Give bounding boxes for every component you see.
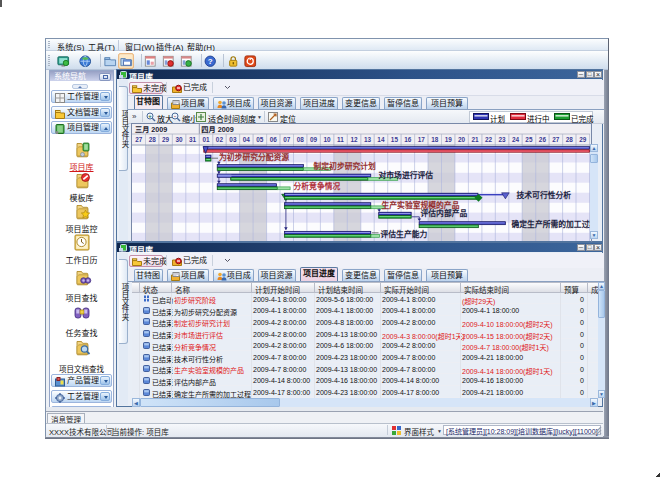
svg-text:14: 14 — [377, 136, 385, 143]
svg-text:16: 16 — [404, 136, 412, 143]
svg-text:31: 31 — [189, 136, 197, 143]
svg-text:07: 07 — [283, 136, 291, 143]
svg-text:评估生产能力: 评估生产能力 — [381, 229, 428, 239]
svg-text:生产实验室规模的产品: 生产实验室规模的产品 — [382, 200, 460, 210]
svg-text:17: 17 — [418, 136, 426, 143]
svg-text:03: 03 — [229, 136, 237, 143]
svg-text:05: 05 — [256, 136, 264, 143]
svg-text:三月 2009: 三月 2009 — [135, 125, 167, 134]
svg-text:技术可行性分析: 技术可行性分析 — [517, 190, 572, 200]
svg-text:20: 20 — [458, 136, 466, 143]
svg-text:?: ? — [208, 57, 213, 66]
svg-text:06: 06 — [270, 136, 278, 143]
svg-text:29: 29 — [579, 136, 587, 143]
svg-text:23: 23 — [498, 136, 506, 143]
svg-text:09: 09 — [310, 136, 318, 143]
svg-text:25: 25 — [525, 136, 533, 143]
svg-text:27: 27 — [552, 136, 560, 143]
svg-text:26: 26 — [539, 136, 547, 143]
svg-text:28: 28 — [149, 136, 157, 143]
svg-text:24: 24 — [512, 136, 520, 143]
svg-text:22: 22 — [485, 136, 493, 143]
svg-text:10: 10 — [324, 136, 332, 143]
svg-text:27: 27 — [135, 136, 143, 143]
svg-text:11: 11 — [337, 136, 344, 143]
svg-text:08: 08 — [297, 136, 305, 143]
svg-text:01: 01 — [202, 136, 210, 143]
svg-text:对市场进行评估: 对市场进行评估 — [379, 170, 434, 180]
svg-text:制定初步研究计划: 制定初步研究计划 — [314, 161, 377, 171]
svg-text:分析竞争情况: 分析竞争情况 — [294, 181, 341, 191]
svg-text:18: 18 — [431, 136, 439, 143]
svg-text:29: 29 — [162, 136, 170, 143]
svg-text:30: 30 — [176, 136, 184, 143]
svg-text:12: 12 — [350, 136, 358, 143]
svg-text:四月 2009: 四月 2009 — [201, 125, 233, 134]
svg-text:+: + — [148, 113, 152, 119]
svg-text:13: 13 — [364, 136, 372, 143]
svg-text:04: 04 — [243, 136, 251, 143]
svg-text:19: 19 — [445, 136, 453, 143]
svg-text:21: 21 — [472, 136, 480, 143]
svg-text:28: 28 — [566, 136, 574, 143]
svg-text:-: - — [174, 113, 176, 119]
svg-text:评估内部产品: 评估内部产品 — [421, 208, 468, 218]
svg-text:确定生产所需的加工过程: 确定生产所需的加工过程 — [512, 219, 591, 229]
svg-text:02: 02 — [216, 136, 224, 143]
svg-text:15: 15 — [391, 136, 399, 143]
svg-text:为初步研究分配资源: 为初步研究分配资源 — [219, 152, 289, 162]
